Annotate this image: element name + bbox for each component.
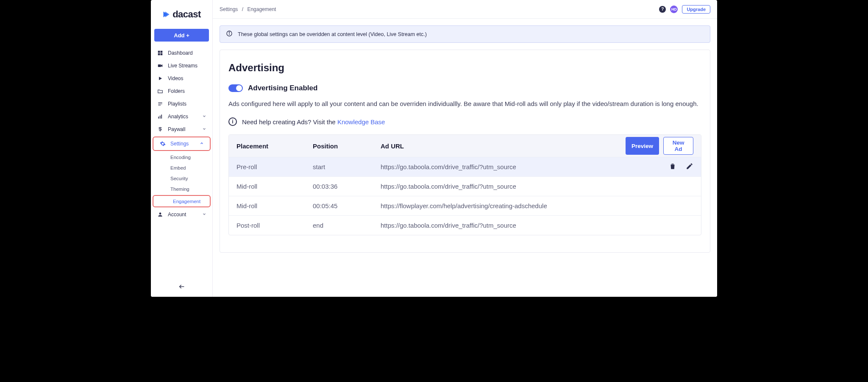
cell-position: 00:03:36 (313, 183, 381, 190)
settings-sub-nav: Encoding Embed Security Theming Engageme… (151, 152, 212, 207)
sidebar-item-label: Paywall (168, 126, 185, 132)
user-icon (157, 211, 164, 218)
col-position: Position (313, 142, 381, 150)
engagement-highlight: Engagement (153, 195, 211, 207)
advertising-toggle-label: Advertising Enabled (248, 84, 317, 92)
sub-item-label: Security (170, 176, 188, 181)
camera-icon (157, 62, 164, 69)
nav-list: Dashboard Live Streams Videos Folders (151, 47, 212, 221)
info-icon (226, 30, 233, 38)
sub-item-label: Embed (170, 165, 186, 170)
table-row[interactable]: Post-rollendhttps://go.taboola.com/drive… (229, 215, 701, 235)
row-actions (626, 162, 693, 171)
sub-item-engagement[interactable]: Engagement (153, 196, 210, 206)
collapse-sidebar-button[interactable] (151, 283, 212, 292)
sidebar-item-label: Live Streams (168, 63, 198, 69)
sidebar-item-label: Dashboard (168, 50, 193, 56)
avatar[interactable]: HD (670, 6, 678, 13)
add-button[interactable]: Add + (154, 29, 209, 42)
sidebar-item-live-streams[interactable]: Live Streams (151, 59, 212, 72)
help-row: i Need help creating Ads? Visit the Know… (228, 117, 701, 126)
edit-icon[interactable] (686, 162, 693, 171)
cell-placement: Post-roll (236, 222, 313, 229)
sidebar-item-videos[interactable]: Videos (151, 72, 212, 85)
advertising-toggle[interactable] (228, 84, 243, 92)
advertising-card: Advertising Advertising Enabled Ads conf… (220, 50, 710, 253)
svg-rect-2 (158, 53, 160, 56)
col-placement: Placement (236, 142, 313, 150)
sub-item-security[interactable]: Security (151, 173, 212, 184)
sidebar-item-label: Videos (168, 75, 183, 81)
app-window: dacast Add + Dashboard Live Streams Vi (151, 0, 717, 297)
breadcrumb-settings[interactable]: Settings (220, 6, 238, 12)
delete-icon[interactable] (669, 162, 676, 171)
sidebar-item-account[interactable]: Account (151, 208, 212, 221)
sidebar-item-dashboard[interactable]: Dashboard (151, 47, 212, 59)
svg-rect-1 (161, 51, 163, 53)
sidebar-item-label: Playlists (168, 101, 186, 107)
playlist-icon (157, 100, 164, 107)
sub-item-label: Engagement (173, 199, 200, 204)
sidebar-item-playlists[interactable]: Playlists (151, 98, 212, 110)
sub-item-label: Theming (170, 187, 189, 192)
sidebar-item-folders[interactable]: Folders (151, 85, 212, 98)
cell-position: end (313, 222, 381, 229)
breadcrumb-engagement: Engagement (247, 6, 276, 12)
sidebar-item-label: Settings (170, 141, 189, 147)
advertising-description: Ads configured here will apply to all yo… (228, 99, 701, 108)
sub-item-theming[interactable]: Theming (151, 184, 212, 194)
sidebar-item-label: Account (168, 212, 186, 217)
main: Settings / Engagement ? HD Upgrade These… (213, 0, 717, 297)
cell-url: https://go.taboola.com/drive_traffic/?ut… (381, 163, 626, 170)
info-banner-text: These global settings can be overidden a… (238, 31, 427, 37)
topbar: Settings / Engagement ? HD Upgrade (213, 0, 717, 19)
svg-rect-9 (160, 116, 161, 119)
col-url: Ad URL (381, 142, 626, 150)
folder-icon (157, 88, 164, 95)
advertising-toggle-row: Advertising Enabled (228, 84, 701, 92)
sidebar: dacast Add + Dashboard Live Streams Vi (151, 0, 213, 297)
page-title: Advertising (228, 62, 701, 74)
sidebar-item-paywall[interactable]: Paywall (151, 123, 212, 136)
brand-arrow-icon (162, 10, 171, 19)
table-row[interactable]: Pre-rollstarthttps://go.taboola.com/driv… (229, 157, 701, 176)
cell-url: https://flowplayer.com/help/advertising/… (381, 202, 626, 209)
table-header: Placement Position Ad URL Preview New Ad (229, 135, 701, 157)
svg-rect-3 (161, 53, 163, 56)
new-ad-button[interactable]: New Ad (663, 137, 693, 155)
gear-icon (159, 140, 166, 147)
ads-table: Placement Position Ad URL Preview New Ad… (228, 134, 701, 235)
upgrade-button[interactable]: Upgrade (682, 5, 710, 14)
cell-placement: Pre-roll (236, 163, 313, 170)
info-icon: i (228, 117, 237, 126)
sidebar-item-label: Folders (168, 88, 185, 94)
sub-item-embed[interactable]: Embed (151, 162, 212, 173)
sidebar-item-settings[interactable]: Settings (153, 137, 210, 150)
breadcrumb-sep: / (242, 6, 243, 12)
sub-item-encoding[interactable]: Encoding (151, 152, 212, 162)
help-button[interactable]: ? (659, 6, 666, 13)
table-row[interactable]: Mid-roll00:03:36https://go.taboola.com/d… (229, 176, 701, 196)
svg-rect-0 (158, 51, 160, 53)
info-banner: These global settings can be overidden a… (220, 25, 710, 43)
content: These global settings can be overidden a… (213, 19, 717, 297)
cell-url: https://go.taboola.com/drive_traffic/?ut… (381, 222, 626, 229)
chevron-up-icon (200, 141, 204, 147)
sidebar-item-label: Analytics (168, 114, 188, 120)
svg-rect-8 (158, 117, 159, 119)
cell-placement: Mid-roll (236, 183, 313, 190)
cell-position: 00:05:45 (313, 202, 381, 209)
dashboard-icon (157, 50, 164, 56)
preview-button[interactable]: Preview (626, 137, 659, 155)
chevron-down-icon (202, 114, 206, 120)
svg-point-15 (229, 32, 229, 32)
cell-placement: Mid-roll (236, 202, 313, 209)
knowledge-base-link[interactable]: Knowledge Base (337, 118, 385, 125)
chevron-down-icon (202, 126, 206, 132)
dollar-icon (157, 126, 164, 133)
table-body: Pre-rollstarthttps://go.taboola.com/driv… (229, 157, 701, 235)
sub-item-label: Encoding (170, 155, 191, 160)
sidebar-item-analytics[interactable]: Analytics (151, 110, 212, 123)
play-icon (157, 75, 164, 82)
table-row[interactable]: Mid-roll00:05:45https://flowplayer.com/h… (229, 196, 701, 215)
